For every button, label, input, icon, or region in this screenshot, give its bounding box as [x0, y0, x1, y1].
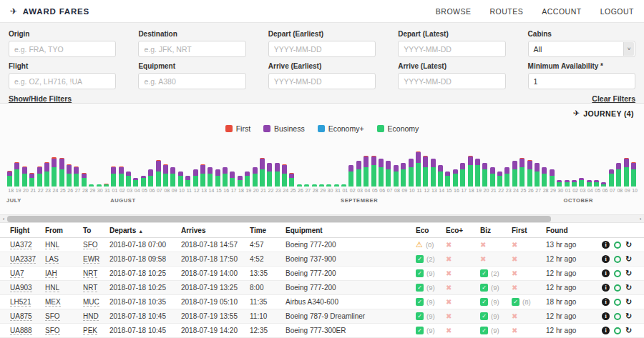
- chart-bar[interactable]: [348, 165, 353, 187]
- chart-bar[interactable]: [44, 162, 49, 187]
- chart-bar[interactable]: [267, 163, 272, 187]
- cabins-select[interactable]: All˅: [528, 41, 635, 57]
- chart-bar[interactable]: [504, 167, 509, 187]
- chart-bar[interactable]: [156, 160, 161, 187]
- chart-bar[interactable]: [550, 169, 555, 187]
- refresh-icon[interactable]: ↻: [625, 312, 632, 320]
- from-airport-link[interactable]: HNL: [45, 241, 59, 249]
- equipment-input[interactable]: [138, 73, 245, 89]
- chart-bar[interactable]: [423, 156, 428, 187]
- column-header-biz[interactable]: Biz: [477, 223, 509, 238]
- chart-bar[interactable]: [185, 176, 190, 187]
- flight-link[interactable]: UA903: [10, 284, 32, 292]
- horizontal-scrollbar[interactable]: ‹ ›: [0, 214, 644, 222]
- watch-icon[interactable]: [614, 256, 621, 263]
- chart-bar[interactable]: [482, 163, 487, 187]
- refresh-icon[interactable]: ↻: [625, 269, 632, 277]
- chart-bar[interactable]: [438, 165, 443, 187]
- chart-bar[interactable]: [59, 158, 64, 187]
- chart-bar[interactable]: [141, 176, 146, 187]
- watch-icon[interactable]: [614, 284, 621, 292]
- chart-bar[interactable]: [238, 176, 243, 187]
- arrive-latest-input[interactable]: [398, 73, 505, 89]
- legend-item-economyplus[interactable]: Economy+: [318, 124, 364, 133]
- legend-item-first[interactable]: First: [225, 124, 250, 133]
- watch-icon[interactable]: [614, 242, 621, 249]
- chart-bar[interactable]: [37, 166, 42, 187]
- from-airport-link[interactable]: MEX: [45, 298, 61, 307]
- chart-bar[interactable]: [245, 172, 250, 187]
- chart-bar[interactable]: [74, 166, 79, 187]
- scrollbar-thumb[interactable]: [7, 216, 551, 222]
- flight-link[interactable]: UA7: [10, 269, 24, 278]
- chart-bar[interactable]: [334, 184, 339, 187]
- chart-bar[interactable]: [624, 158, 629, 187]
- nav-link-account[interactable]: ACCOUNT: [542, 7, 581, 16]
- chart-bar[interactable]: [356, 161, 361, 187]
- chart-bar[interactable]: [82, 173, 87, 187]
- info-icon[interactable]: i: [602, 327, 610, 334]
- from-airport-link[interactable]: LAS: [45, 255, 59, 264]
- flight-link[interactable]: UA372: [10, 241, 32, 249]
- arrive-earliest-input[interactable]: [268, 73, 376, 89]
- from-airport-link[interactable]: IAH: [45, 269, 57, 278]
- origin-input[interactable]: [9, 41, 116, 57]
- chart-bar[interactable]: [631, 162, 636, 187]
- scroll-left-icon[interactable]: ‹: [0, 215, 7, 222]
- chart-bar[interactable]: [319, 184, 324, 187]
- chart-bar[interactable]: [223, 167, 228, 187]
- legend-item-business[interactable]: Business: [263, 124, 305, 133]
- column-header-ecoplus[interactable]: Eco+: [443, 223, 477, 238]
- brand[interactable]: ✈ AWARD FARES: [10, 6, 89, 16]
- chart-bar[interactable]: [297, 184, 302, 187]
- chart-bar[interactable]: [416, 151, 421, 187]
- clear-filters-link[interactable]: Clear Filters: [592, 94, 635, 103]
- column-header-flight[interactable]: Flight: [0, 223, 42, 238]
- nav-link-routes[interactable]: ROUTES: [489, 7, 523, 16]
- chart-bar[interactable]: [587, 180, 592, 187]
- chart-bar[interactable]: [364, 156, 369, 187]
- depart-latest-input[interactable]: [398, 41, 505, 57]
- watch-icon[interactable]: [614, 327, 621, 334]
- info-icon[interactable]: i: [602, 269, 610, 277]
- from-airport-link[interactable]: SFO: [45, 312, 60, 321]
- chart-bar[interactable]: [22, 166, 27, 187]
- to-airport-link[interactable]: MUC: [83, 298, 99, 307]
- chart-bar[interactable]: [230, 172, 235, 187]
- to-airport-link[interactable]: HND: [83, 312, 99, 321]
- column-header-departs[interactable]: Departs▲: [107, 223, 178, 238]
- chart-bar[interactable]: [401, 163, 406, 187]
- chart-bar[interactable]: [275, 163, 280, 187]
- from-airport-link[interactable]: SFO: [45, 327, 60, 335]
- chart-bar[interactable]: [616, 163, 621, 187]
- watch-icon[interactable]: [614, 270, 621, 277]
- watch-icon[interactable]: [614, 299, 621, 306]
- chart-bar[interactable]: [178, 172, 183, 187]
- flight-link[interactable]: UA875: [10, 312, 32, 321]
- refresh-icon[interactable]: ↻: [625, 284, 632, 292]
- column-header-first[interactable]: First: [509, 223, 543, 238]
- from-airport-link[interactable]: HNL: [45, 284, 59, 292]
- chart-bar[interactable]: [460, 163, 465, 187]
- flight-link[interactable]: UA888: [10, 327, 32, 335]
- chart-bar[interactable]: [29, 173, 34, 187]
- chart-bar[interactable]: [557, 180, 562, 187]
- chart-bar[interactable]: [527, 160, 532, 187]
- chart-bar[interactable]: [475, 159, 480, 187]
- chart-bar[interactable]: [542, 167, 547, 187]
- chart-bar[interactable]: [565, 180, 570, 187]
- chart-bar[interactable]: [601, 182, 606, 187]
- chart-bar[interactable]: [67, 164, 72, 187]
- column-header-from[interactable]: From: [42, 223, 80, 238]
- to-airport-link[interactable]: SFO: [83, 241, 98, 249]
- legend-item-economy[interactable]: Economy: [377, 124, 419, 133]
- chart-bar[interactable]: [594, 180, 599, 187]
- refresh-icon[interactable]: ↻: [625, 241, 632, 249]
- to-airport-link[interactable]: NRT: [83, 284, 97, 292]
- chart-bar[interactable]: [97, 184, 102, 187]
- nav-link-browse[interactable]: BROWSE: [436, 7, 472, 16]
- column-header-equipment[interactable]: Equipment: [283, 223, 413, 238]
- destination-input[interactable]: [138, 41, 245, 57]
- chart-bar[interactable]: [312, 184, 317, 187]
- chart-bar[interactable]: [163, 164, 168, 187]
